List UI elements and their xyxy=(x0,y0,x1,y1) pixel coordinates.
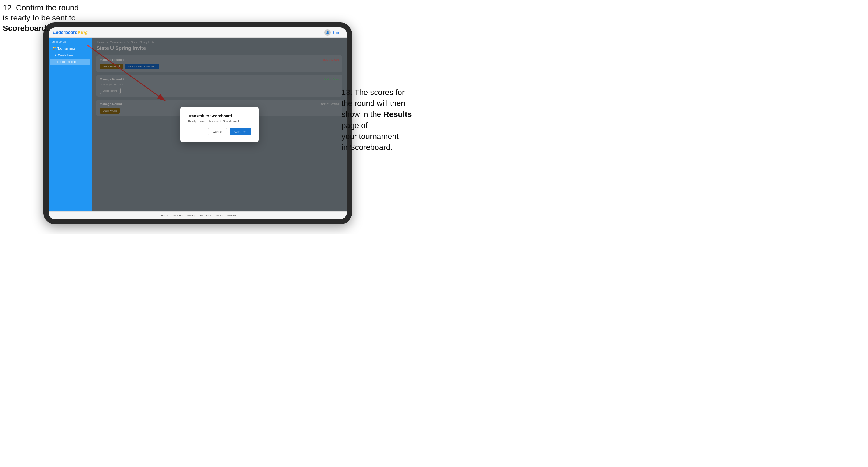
main-menu-label: MAIN MENU xyxy=(49,40,92,44)
sidebar-item-create-new[interactable]: + Create New xyxy=(49,52,92,59)
sidebar-item-edit-existing[interactable]: ✎ Edit Existing xyxy=(50,59,90,65)
annotation-top: 12. Confirm the round is ready to be sen… xyxy=(3,3,79,33)
footer-resources[interactable]: Resources xyxy=(199,214,212,217)
modal-confirm-button[interactable]: Confirm xyxy=(230,128,251,135)
tablet-frame: LederboardKing 👤 Sign In MAIN MENU 🏆 Tou… xyxy=(43,23,352,224)
plus-icon: + xyxy=(55,54,56,57)
modal-description: Ready to send this round to Scoreboard? xyxy=(188,120,251,123)
tablet-screen: LederboardKing 👤 Sign In MAIN MENU 🏆 Tou… xyxy=(49,28,347,219)
modal-buttons: Cancel Confirm xyxy=(188,128,251,135)
transmit-modal: Transmit to Scoreboard Ready to send thi… xyxy=(180,107,259,142)
annotation-right: 13. The scores for the round will then s… xyxy=(341,87,431,153)
edit-icon: ✎ xyxy=(56,60,59,63)
footer-pricing[interactable]: Pricing xyxy=(187,214,195,217)
footer-product[interactable]: Product xyxy=(159,214,168,217)
main-area: MAIN MENU 🏆 Tournaments + Create New ✎ E… xyxy=(49,37,347,211)
sign-in-link[interactable]: Sign In xyxy=(333,31,342,34)
app-footer: Product Features Pricing Resources Terms… xyxy=(49,211,347,219)
footer-features[interactable]: Features xyxy=(173,214,183,217)
avatar: 👤 xyxy=(324,29,331,36)
footer-terms[interactable]: Terms xyxy=(216,214,223,217)
sidebar-item-tournaments[interactable]: 🏆 Tournaments xyxy=(49,44,92,52)
app-container: LederboardKing 👤 Sign In MAIN MENU 🏆 Tou… xyxy=(49,28,347,219)
top-nav: LederboardKing 👤 Sign In xyxy=(49,28,347,37)
content-area: Home > Tournaments > State U Spring Invi… xyxy=(92,37,347,211)
modal-overlay[interactable]: Transmit to Scoreboard Ready to send thi… xyxy=(92,37,347,211)
modal-cancel-button[interactable]: Cancel xyxy=(208,128,227,135)
footer-privacy[interactable]: Privacy xyxy=(227,214,236,217)
top-nav-right: 👤 Sign In xyxy=(324,29,342,36)
sidebar: MAIN MENU 🏆 Tournaments + Create New ✎ E… xyxy=(49,37,92,211)
trophy-icon: 🏆 xyxy=(52,46,56,50)
modal-title: Transmit to Scoreboard xyxy=(188,114,251,118)
